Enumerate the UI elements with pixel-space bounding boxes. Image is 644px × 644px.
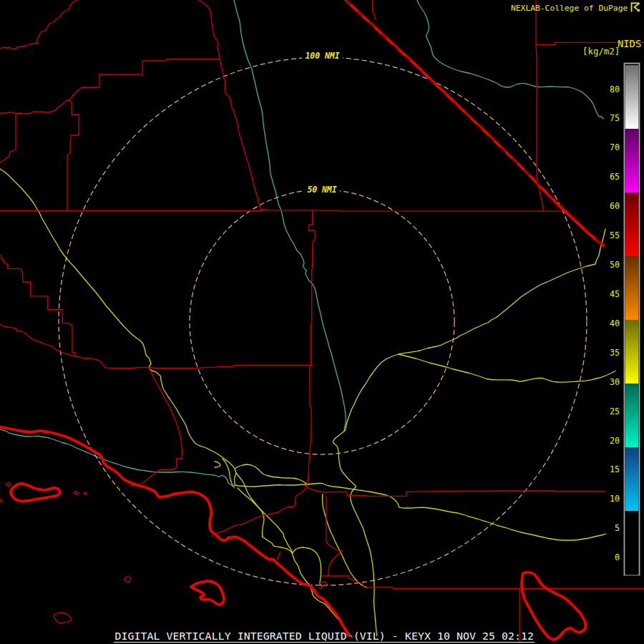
colorbar-tick-0: 0 [615, 552, 620, 562]
colorbar-tick-50: 50 [610, 260, 620, 270]
colorbar-tick-55: 55 [610, 230, 620, 240]
radar-display: 100 NMI50 NMI NEXLAB-College of DuPage N… [0, 0, 644, 644]
colorbar-tick-75: 75 [610, 113, 620, 123]
units-label: [kg/m2] [582, 46, 620, 57]
colorbar-tick-60: 60 [610, 201, 620, 211]
range-ring-label: 100 NMI [305, 51, 339, 61]
product-title: DIGITAL VERTICALLY INTEGRATED LIQUID (VI… [115, 630, 535, 642]
product-code-label: NIDS [618, 38, 641, 49]
colorbar-segment-6 [625, 447, 639, 512]
colorbar-segment-4 [625, 320, 639, 384]
colorbar-segment-0 [625, 65, 639, 130]
colorbar-tick-25: 25 [610, 406, 620, 416]
colorbar-tick-30: 30 [610, 377, 620, 387]
colorbar-tick-70: 70 [610, 142, 620, 152]
colorbar-tick-5: 5 [615, 523, 620, 533]
colorbar-segment-5 [625, 384, 639, 448]
brand-title: NEXLAB-College of DuPage [511, 4, 628, 13]
colorbar-segment-2 [625, 192, 639, 257]
range-ring-label: 50 NMI [307, 185, 336, 195]
colorbar-segment-1 [625, 129, 639, 193]
radar-map: 100 NMI50 NMI NEXLAB-College of DuPage N… [0, 0, 644, 644]
colorbar-tick-10: 10 [610, 494, 620, 504]
colorbar-tick-45: 45 [610, 289, 620, 299]
colorbar-segment-7 [625, 511, 639, 575]
colorbar-tick-35: 35 [610, 348, 620, 358]
colorbar-segment-3 [625, 256, 639, 321]
colorbar-tick-40: 40 [610, 318, 620, 328]
colorbar-tick-20: 20 [610, 436, 620, 446]
colorbar [623, 62, 640, 577]
colorbar-tick-15: 15 [610, 464, 620, 474]
colorbar-tick-65: 65 [610, 172, 620, 182]
colorbar-tick-80: 80 [610, 84, 620, 94]
